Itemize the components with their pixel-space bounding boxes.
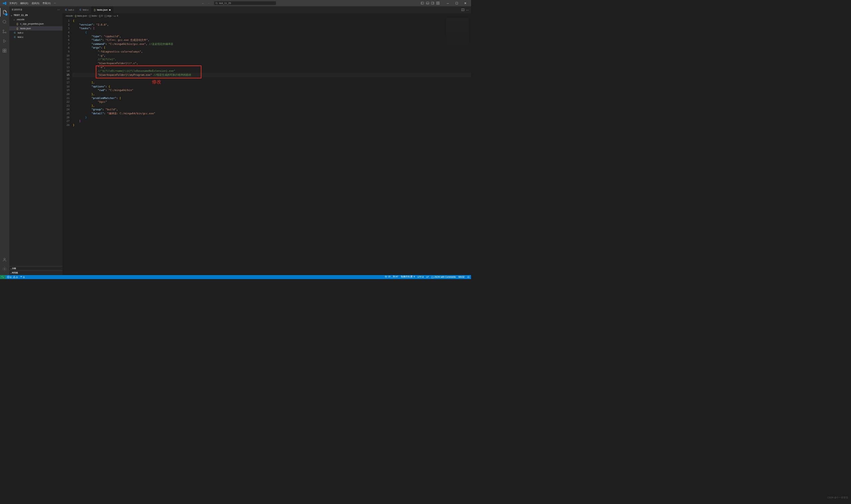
menu-select[interactable]: 选择(S) [30, 1, 40, 5]
breadcrumb-item[interactable]: tasks [92, 15, 97, 17]
explorer-sidebar: 资源管理器 ··· ⌄ TEST_11_29 ⌄ .vscode {} c_cp… [9, 6, 63, 275]
search-icon [215, 2, 218, 5]
svg-rect-4 [426, 2, 429, 4]
svg-point-15 [5, 32, 6, 33]
search-text: test_11_29 [219, 2, 231, 5]
activity-extensions-icon[interactable] [0, 46, 9, 55]
svg-rect-8 [437, 2, 438, 3]
main-menu: 文件(F) 编辑(E) 选择(S) 查看(V) ··· [8, 1, 57, 5]
breadcrumb-item[interactable]: args [107, 15, 112, 17]
activity-debug-icon[interactable] [0, 37, 9, 46]
tab-tasks[interactable]: {} tasks.json [91, 6, 114, 13]
svg-rect-18 [3, 49, 4, 50]
sidebar-more-icon[interactable]: ··· [57, 8, 60, 11]
chevron-down-icon: ⌄ [13, 18, 16, 21]
json-file-icon: {} [75, 15, 76, 17]
svg-rect-11 [438, 4, 439, 5]
tree-file-test[interactable]: C test.c [9, 35, 63, 39]
breadcrumb-item[interactable]: 4 [117, 15, 118, 17]
window-minimize-icon[interactable]: ─ [443, 0, 452, 6]
minimap[interactable] [446, 18, 468, 55]
c-file-icon: C [14, 31, 18, 34]
remote-indicator[interactable] [0, 275, 6, 279]
line-gutter: 1234 5678 9101112 13141516 17181920 2122… [63, 18, 73, 275]
menu-more[interactable]: ··· [53, 1, 57, 5]
tree-file-sub[interactable]: C sub.c [9, 31, 63, 35]
svg-marker-17 [4, 39, 6, 42]
tab-label: test.c [83, 8, 88, 11]
svg-point-16 [3, 32, 4, 33]
status-platform[interactable]: Win32 [458, 276, 465, 278]
tree-file-cprops[interactable]: {} c_cpp_properties.json [9, 22, 63, 26]
tab-label: sub.c [69, 8, 74, 11]
editor-tabs: C sub.c C test.c {} tasks.json ··· [63, 6, 471, 13]
activity-scm-icon[interactable] [0, 27, 9, 36]
dirty-indicator-icon [109, 9, 110, 11]
breadcrumb-item[interactable]: tasks.json [77, 15, 87, 17]
c-file-icon: C [79, 8, 81, 11]
breadcrumb-item[interactable]: .vscode [65, 15, 73, 17]
sidebar-title: 资源管理器 [12, 8, 22, 11]
status-indent[interactable]: 制表符长度: 4 [401, 275, 415, 278]
chevron-down-icon: ⌄ [11, 14, 14, 16]
layout-panel-bottom-icon[interactable] [425, 1, 429, 5]
code-content[interactable]: { "version": "2.0.0", "tasks": [ { "type… [73, 18, 471, 275]
svg-point-14 [3, 30, 4, 31]
command-center[interactable]: test_11_29 [214, 1, 276, 5]
tab-test[interactable]: C test.c [77, 6, 91, 13]
activity-search-icon[interactable] [0, 18, 9, 26]
status-ports[interactable]: 0 [20, 276, 24, 278]
menu-file[interactable]: 文件(F) [8, 1, 19, 5]
breadcrumb[interactable]: .vscode › {} tasks.json › [ ] tasks › {}… [63, 13, 471, 18]
svg-line-13 [6, 23, 6, 23]
editor-area: C sub.c C test.c {} tasks.json ··· .vsco… [63, 6, 471, 275]
json-file-icon: {} [17, 22, 20, 25]
outline-section[interactable]: › 大纲 [9, 266, 63, 270]
status-notifications-icon[interactable] [467, 276, 470, 278]
json-file-icon: {} [17, 27, 20, 30]
status-bar: 0 0 0 行 15，列 47 制表符长度: 4 UTF-8 LF { } JS… [0, 275, 471, 279]
timeline-section[interactable]: › 时间线 [9, 270, 63, 275]
breadcrumb-item[interactable]: 0 [101, 15, 103, 17]
timeline-label: 时间线 [12, 271, 18, 274]
status-cursor[interactable]: 行 15，列 47 [385, 275, 398, 278]
layout-customize-icon[interactable] [436, 1, 440, 5]
tree-root-label: TEST_11_29 [14, 14, 28, 17]
file-tree: ⌄ TEST_11_29 ⌄ .vscode {} c_cpp_properti… [9, 13, 63, 266]
c-file-icon: C [14, 36, 18, 38]
window-maximize-icon[interactable]: ☐ [453, 0, 461, 6]
menu-edit[interactable]: 编辑(E) [19, 1, 30, 5]
status-eol[interactable]: LF [426, 276, 429, 278]
split-editor-icon[interactable] [461, 8, 464, 11]
file-label: sub.c [18, 31, 23, 34]
file-label: c_cpp_properties.json [20, 22, 43, 25]
chevron-right-icon: › [11, 272, 11, 274]
activity-account-icon[interactable] [0, 255, 9, 264]
tab-more-icon[interactable]: ··· [466, 8, 468, 12]
file-label: tasks.json [20, 27, 31, 30]
tree-folder-vscode[interactable]: ⌄ .vscode [9, 17, 63, 22]
object-icon: {} [99, 15, 101, 17]
nav-back-icon[interactable]: ← [201, 2, 205, 5]
vscode-logo-icon [1, 2, 8, 5]
code-editor[interactable]: 1234 5678 9101112 13141516 17181920 2122… [63, 18, 471, 275]
tab-sub[interactable]: C sub.c [63, 6, 77, 13]
file-label: test.c [18, 36, 23, 38]
menu-view[interactable]: 查看(V) [41, 1, 52, 5]
activity-settings-icon[interactable] [0, 265, 9, 274]
nav-forward-icon[interactable]: → [207, 2, 210, 5]
layout-panel-right-icon[interactable] [431, 1, 435, 5]
activity-bar: 1 [0, 6, 9, 275]
tree-file-tasks[interactable]: {} tasks.json [9, 26, 63, 31]
svg-rect-10 [437, 4, 438, 5]
tree-root[interactable]: ⌄ TEST_11_29 [9, 13, 63, 17]
status-problems[interactable]: 0 0 [7, 276, 18, 278]
array-icon: [ ] [89, 15, 91, 17]
status-language[interactable]: { } JSON with Comments [431, 276, 456, 278]
status-encoding[interactable]: UTF-8 [418, 276, 424, 278]
svg-point-22 [4, 258, 5, 259]
layout-panel-left-icon[interactable] [421, 1, 425, 5]
array-icon: [ ] [105, 15, 107, 17]
activity-explorer-icon[interactable]: 1 [0, 8, 9, 17]
window-close-icon[interactable]: ✕ [461, 0, 470, 6]
